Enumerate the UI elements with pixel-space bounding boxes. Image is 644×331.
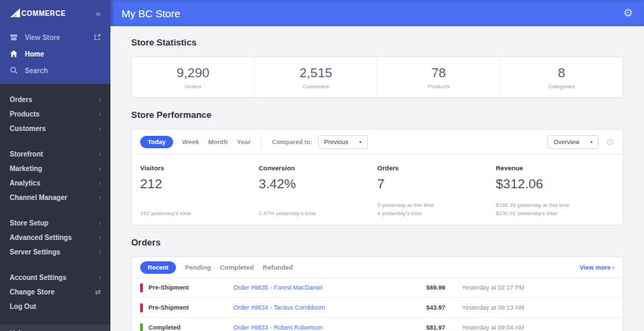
sidebar-item-home[interactable]: Home <box>0 46 110 62</box>
orders-heading: Orders <box>131 237 623 248</box>
tab-refunded[interactable]: Refunded <box>263 263 293 271</box>
compare-select-value: Previous <box>324 139 349 146</box>
home-label: Home <box>25 50 44 58</box>
performance-settings-gear-icon[interactable]: ⚙ <box>605 137 614 147</box>
caret-down-icon: ▾ <box>360 139 362 144</box>
nav-label: Orders <box>10 96 32 103</box>
orders-toolbar: Recent Pending Completed Refunded View m… <box>132 257 623 277</box>
nav-label: Advanced Settings <box>10 234 72 241</box>
nav-label: Products <box>10 110 39 118</box>
status-color-bar <box>140 283 143 292</box>
stat-value: 8 <box>558 66 565 81</box>
performance-metrics: Visitors 212 162 yesterday's total Conve… <box>132 154 623 225</box>
settings-gear-icon[interactable]: ⚙ <box>623 8 633 19</box>
sidebar: COMMERCE « View Store Home <box>0 0 110 331</box>
chevron-right-icon: › <box>99 180 101 187</box>
sidebar-item-channel-manager[interactable]: Channel Manager › <box>0 190 110 205</box>
nav-label: Server Settings <box>10 248 60 256</box>
metric-value: 7 <box>378 177 489 192</box>
order-amount: $43.97 <box>397 304 445 311</box>
help-panel[interactable]: Help Support Pin: 888888 ▴ <box>0 325 110 331</box>
order-status-cell: Pre-Shipment <box>140 283 233 292</box>
order-title-link[interactable]: Order #9835 - Forest MacDaniel <box>233 284 397 291</box>
metric-subtext: 4 yesterday's total <box>378 210 489 218</box>
tab-today[interactable]: Today <box>140 136 173 148</box>
metric-revenue: Revenue $312.06 $160.39 yesterday at thi… <box>496 164 614 218</box>
chevron-right-icon: › <box>99 249 101 256</box>
metric-subtext: 3 yesterday at this time <box>378 201 489 210</box>
stat-label: Orders <box>184 83 201 90</box>
sidebar-item-analytics[interactable]: Analytics › <box>0 176 110 190</box>
sidebar-item-marketing[interactable]: Marketing › <box>0 161 110 176</box>
search-label: Search <box>25 67 48 74</box>
sidebar-item-view-store[interactable]: View Store <box>0 29 110 46</box>
metric-value: 3.42% <box>259 177 371 192</box>
nav-label: Channel Manager <box>10 194 67 201</box>
compare-select[interactable]: Previous ▾ <box>318 135 368 149</box>
stat-customers: 2,515 Customers <box>255 57 378 97</box>
metric-subtext: 162 yesterday's total <box>140 210 252 218</box>
order-title-link[interactable]: Order #9834 - Tacitus Cornbloom <box>233 304 397 311</box>
sidebar-item-account-settings[interactable]: Account Settings › <box>0 270 110 285</box>
sidebar-item-advanced-settings[interactable]: Advanced Settings › <box>0 230 110 245</box>
sidebar-item-storefront[interactable]: Storefront › <box>0 147 110 161</box>
sidebar-item-store-setup[interactable]: Store Setup › <box>0 216 110 230</box>
tab-pending[interactable]: Pending <box>185 263 211 271</box>
order-row[interactable]: Pre-Shipment Order #9835 - Forest MacDan… <box>132 277 623 297</box>
sidebar-item-search[interactable]: Search <box>0 62 110 79</box>
chevron-right-icon: › <box>99 194 101 201</box>
metric-value: $312.06 <box>496 177 607 192</box>
tab-recent[interactable]: Recent <box>140 261 176 274</box>
metric-value: 212 <box>140 177 252 192</box>
metric-subtext <box>140 201 252 210</box>
store-performance-card: Today Week Month Year Compared to: Previ… <box>131 129 623 225</box>
metric-conversion: Conversion 3.42% 2.47% yesterday's total <box>259 164 378 218</box>
stat-value: 78 <box>431 66 446 81</box>
nav-label: Account Settings <box>10 274 66 281</box>
bigcommerce-logo: COMMERCE <box>10 8 66 18</box>
order-title-link[interactable]: Order #9833 - Robert Robertson <box>233 324 397 331</box>
metric-visitors: Visitors 212 162 yesterday's total <box>140 164 259 218</box>
store-performance-heading: Store Performance <box>131 110 623 120</box>
performance-toolbar-right: Overview ▾ ⚙ <box>547 135 614 149</box>
stat-value: 2,515 <box>300 66 333 81</box>
tab-completed[interactable]: Completed <box>220 263 254 271</box>
tab-year[interactable]: Year <box>237 138 251 146</box>
sidebar-item-log-out[interactable]: Log Out <box>0 299 110 314</box>
page-title: My BC Store <box>121 8 180 19</box>
chevron-right-icon: › <box>99 97 101 103</box>
tab-month[interactable]: Month <box>208 138 228 146</box>
order-timestamp: Yesterday at 09:04 AM <box>445 324 614 331</box>
metric-subtext: $230.92 yesterday's total <box>496 210 607 218</box>
sidebar-item-products[interactable]: Products › <box>0 107 110 121</box>
orders-card: Recent Pending Completed Refunded View m… <box>131 257 623 331</box>
home-icon <box>10 50 18 58</box>
store-statistics-heading: Store Statistics <box>131 37 623 48</box>
metric-subtext: $160.39 yesterday at this time <box>496 201 607 210</box>
storefront-icon <box>10 33 18 41</box>
sidebar-item-server-settings[interactable]: Server Settings › <box>0 245 110 259</box>
app-window: COMMERCE « View Store Home <box>0 0 644 331</box>
overview-select[interactable]: Overview ▾ <box>547 135 599 149</box>
chevron-right-icon: › <box>99 274 101 281</box>
chevron-right-icon: › <box>99 126 101 132</box>
chevron-right-icon: › <box>99 151 101 158</box>
view-more-link[interactable]: View more › <box>580 264 614 271</box>
sidebar-item-customers[interactable]: Customers › <box>0 121 110 136</box>
sidebar-item-orders[interactable]: Orders › <box>0 92 110 107</box>
order-status-cell: Pre-Shipment <box>140 303 233 312</box>
swap-icon: ⇄ <box>95 289 101 296</box>
bigcommerce-sail-icon <box>10 8 21 18</box>
search-icon <box>10 66 18 74</box>
nav-label: Change Store <box>10 288 55 296</box>
sidebar-item-change-store[interactable]: Change Store ⇄ <box>0 285 110 299</box>
order-amount: $81.97 <box>397 324 445 331</box>
main-area: My BC Store ⚙ Store Statistics 9,290 Ord… <box>110 0 644 331</box>
order-row[interactable]: Pre-Shipment Order #9834 - Tacitus Cornb… <box>132 297 623 317</box>
order-row[interactable]: Completed Order #9833 - Robert Robertson… <box>132 317 623 331</box>
tab-week[interactable]: Week <box>182 138 199 146</box>
stat-label: Customers <box>302 83 329 90</box>
chevron-right-icon: › <box>99 234 101 241</box>
collapse-sidebar-icon[interactable]: « <box>96 9 101 18</box>
chevron-right-icon: › <box>99 166 101 172</box>
